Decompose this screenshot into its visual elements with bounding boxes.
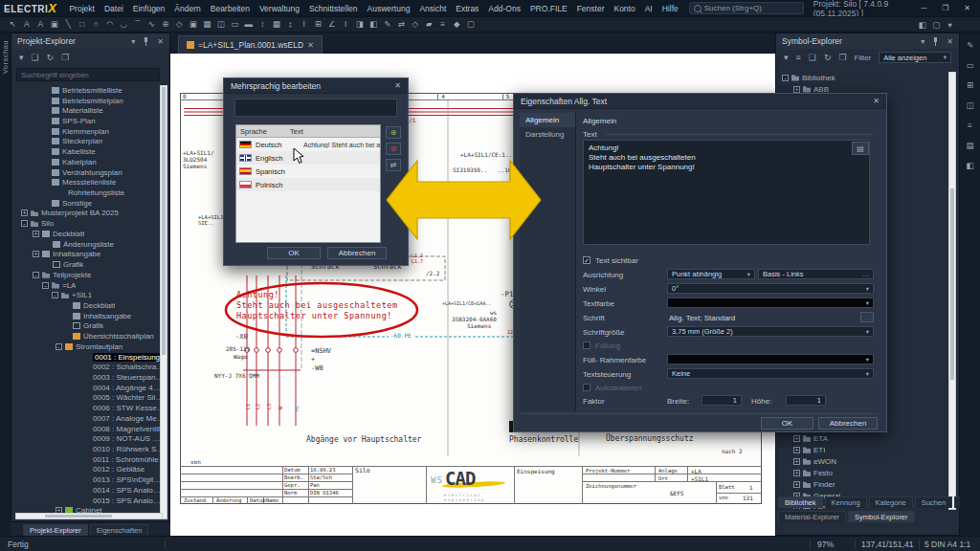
menu-item[interactable]: Projekt [64, 4, 99, 13]
tree-item[interactable]: - Teilprojekte [13, 270, 165, 280]
close-icon[interactable]: ✕ [157, 37, 164, 46]
tree-item[interactable]: 0015 : SPS Analoge Ausgänge [13, 496, 165, 506]
chevron-down-icon[interactable]: ▾ [131, 37, 135, 46]
tree-item[interactable]: 0014 : SPS Analoge Eingänge [13, 485, 165, 496]
toolbar-icon[interactable]: ○ [89, 19, 103, 31]
tree-item[interactable]: Grafik [13, 321, 165, 332]
tree-item[interactable]: 0011 : Schrotmühle [13, 454, 165, 465]
cancel-button[interactable]: Abbrechen [818, 417, 878, 430]
tree-item[interactable]: 0003 : Steuerspannung 24VDC [13, 372, 165, 383]
menu-item[interactable]: Ansicht [414, 4, 451, 13]
toolbar-icon[interactable]: ◧ [367, 19, 381, 31]
toolbar-icon[interactable]: ∠ [325, 19, 340, 31]
list-icon[interactable]: ≡ [963, 121, 978, 130]
global-search-input[interactable]: Suchen (Strg+Q) [689, 2, 804, 14]
toolbar-icon[interactable]: ▦ [270, 19, 284, 31]
toolbar-icon[interactable]: ↖ [6, 19, 20, 31]
toolbar-icon[interactable]: I [339, 19, 353, 31]
tree-item[interactable]: 0012 : Gebläse [13, 465, 165, 475]
panel-toolbar-icon[interactable]: ❏ [809, 53, 816, 62]
close-tab-icon[interactable]: ✕ [307, 40, 314, 50]
tree-item[interactable]: SPS-Plan [13, 116, 165, 126]
menu-item[interactable]: AI [640, 4, 657, 13]
expander-icon[interactable]: + [793, 86, 800, 93]
expander-icon[interactable]: + [793, 458, 800, 465]
panel-toolbar-icon[interactable]: ▾ [784, 53, 789, 62]
tree-item[interactable]: Übersichtsschaltplan [13, 331, 165, 342]
fill-color-dropdown[interactable]: ▾ [667, 354, 874, 364]
tree-item[interactable]: 0009 : NOT-AUS Silo 1-3 [13, 433, 165, 444]
vertical-scrollbar[interactable] [948, 72, 956, 510]
panel-tab[interactable]: Kategorie [869, 496, 913, 508]
tree-item[interactable]: - =LA [13, 280, 165, 291]
panel-toolbar-icon[interactable]: ▾ [19, 53, 24, 62]
tree-item[interactable]: Betriebsmittelplan [13, 96, 165, 106]
minimize-button[interactable]: ─ [921, 4, 926, 12]
language-row[interactable]: Deutsch Achtung! Steht auch bei aus... [236, 138, 380, 151]
horizontal-scrollbar[interactable] [15, 513, 163, 519]
half-square-icon[interactable]: ◧ [963, 161, 978, 170]
expander-icon[interactable]: + [33, 251, 39, 257]
menu-item[interactable]: PRO.FILE [525, 4, 572, 13]
panel-toolbar-icon[interactable]: ❏ [32, 53, 39, 62]
menu-item[interactable]: Konto [609, 4, 639, 13]
toolbar-icon[interactable]: ◫ [214, 19, 229, 31]
angle-dropdown[interactable]: 0°▾ [667, 283, 874, 294]
multilang-edit-button[interactable]: ▤ [852, 142, 869, 155]
status-zoom[interactable]: 97% [817, 540, 834, 549]
tree-item[interactable]: Kabelliste [13, 146, 165, 157]
panel-tab[interactable]: Suchen [915, 496, 952, 508]
close-button[interactable]: ✕ [964, 4, 970, 12]
rect-tool-icon[interactable]: ▭ [963, 60, 978, 70]
tree-item[interactable]: Messstellenliste [13, 177, 165, 187]
expander-icon[interactable]: + [793, 435, 800, 442]
tree-item[interactable]: Änderungsliste [13, 239, 165, 250]
close-icon[interactable]: ✕ [394, 81, 401, 90]
alignment-base-field[interactable]: Basis - Links… [758, 269, 874, 279]
tree-item[interactable]: - +SIL1 [13, 290, 165, 300]
menu-item[interactable]: Bearbeiten [206, 4, 255, 13]
column-header[interactable]: Sprache [236, 127, 290, 136]
toolbar-icon[interactable]: □ [76, 19, 90, 31]
tree-item[interactable]: Klemmenplan [13, 126, 165, 137]
toolbar-icon[interactable]: ⊞ [311, 19, 325, 31]
tree-item[interactable]: Deckblatt [13, 300, 165, 311]
chevron-down-icon[interactable]: ▾ [921, 37, 924, 46]
toolbar-icon[interactable]: A [20, 19, 34, 31]
expander-icon[interactable]: - [21, 220, 28, 227]
tree-item[interactable]: Materialliste [13, 105, 165, 116]
tree-item[interactable]: Grafik [13, 259, 165, 270]
dialog-tab[interactable]: Allgemein [520, 113, 575, 127]
panel-tab[interactable]: Bibliothek [778, 496, 823, 508]
tree-item[interactable]: + ETA [780, 432, 950, 444]
menu-item[interactable]: Verwaltung [255, 4, 304, 13]
height-factor-input[interactable]: 1 [786, 395, 826, 406]
toolbar-icon[interactable]: ⇄ [394, 19, 409, 31]
tree-item[interactable]: + Musterprojekt BA 2025 [13, 209, 165, 219]
toolbar-icon[interactable]: I [298, 19, 312, 31]
expander-icon[interactable]: + [793, 447, 800, 453]
panel-tab[interactable]: Eigenschaften [90, 524, 149, 536]
language-row[interactable]: Englisch [236, 151, 380, 165]
filter-dropdown[interactable]: Alle anzeigen▾ [879, 52, 951, 63]
expander-icon[interactable]: - [52, 292, 58, 298]
language-row[interactable]: Polnisch [236, 178, 380, 191]
add-translation-button[interactable]: ⊕ [386, 126, 401, 139]
panel-toolbar-icon[interactable]: ❐ [838, 53, 846, 62]
panel-tab[interactable]: Projekt-Explorer [23, 524, 88, 536]
cancel-button[interactable]: Abbrechen [327, 247, 387, 259]
toolbar-icon[interactable]: ▢ [929, 20, 944, 30]
toolbar-icon[interactable]: A [33, 19, 48, 31]
tree-item[interactable]: Verdrahtungsplan [13, 167, 165, 178]
close-icon[interactable]: ✕ [873, 97, 880, 105]
tree-item[interactable]: Sonstige [13, 198, 165, 209]
toolbar-icon[interactable]: ◡ [117, 19, 131, 31]
column-header[interactable]: Text [290, 127, 303, 136]
tree-item[interactable]: 0004 : Abgänge 400 VAC [13, 383, 165, 393]
toolbar-icon[interactable]: ⌒ [131, 19, 145, 31]
toolbar-icon[interactable]: ↨ [283, 19, 298, 31]
panel-tab[interactable]: Material-Explorer [778, 511, 846, 522]
layers-icon[interactable]: ◫ [963, 100, 978, 110]
menu-item[interactable]: Ändern [169, 4, 205, 13]
vertical-scrollbar[interactable] [160, 85, 167, 519]
